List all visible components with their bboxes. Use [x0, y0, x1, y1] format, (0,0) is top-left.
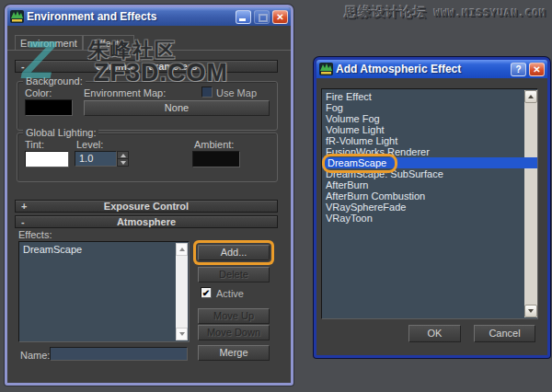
watermark-url-text: WWW.MISSYUAN.COM [434, 7, 546, 19]
maximize-button[interactable] [254, 10, 270, 24]
global-lighting-group: Global Lighting: Tint: Level: 1.0 Ambien… [17, 133, 278, 182]
list-item[interactable]: VRayToon [322, 213, 537, 224]
close-icon[interactable]: ✕ [272, 10, 288, 24]
environment-effects-dialog: Environment and Effects ✕ Z 朱峰社区 ZF3D.CO… [5, 5, 293, 386]
atmospheric-effects-list[interactable]: Fire EffectFogVolume FogVolume LightfR-V… [321, 88, 538, 319]
use-map-checkbox[interactable] [201, 86, 213, 98]
ok-button[interactable]: OK [408, 325, 461, 342]
minimize-button[interactable] [236, 10, 251, 24]
level-label: Level: [76, 139, 103, 150]
background-color-swatch[interactable] [25, 99, 73, 116]
merge-button[interactable]: Merge [198, 345, 270, 361]
environment-map-label: Environment Map: [84, 87, 166, 98]
collapse-icon[interactable]: - [21, 216, 25, 227]
move-up-button[interactable]: Move Up [198, 308, 270, 324]
list-item[interactable]: AfterBurn Combustion [322, 190, 537, 202]
background-legend: Background: [23, 75, 86, 86]
scroll-up-icon[interactable] [524, 90, 537, 103]
highlight-annotation: DreamScape [322, 154, 397, 173]
scroll-up-icon[interactable] [176, 243, 188, 256]
list-item[interactable]: Fog [322, 102, 537, 113]
watermark-cn-text: 思缘设计论坛 [344, 5, 427, 19]
collapse-icon[interactable]: - [21, 61, 25, 72]
tint-label: Tint: [25, 139, 44, 150]
window-title: Environment and Effects [27, 10, 233, 23]
rollout-exposure-control[interactable]: + Exposure Control [15, 200, 278, 213]
effects-list[interactable]: DreamScape [18, 241, 190, 342]
scroll-down-icon[interactable] [176, 328, 188, 340]
close-icon[interactable]: ✕ [529, 63, 545, 76]
titlebar[interactable]: Add Atmospheric Effect ? ✕ [316, 60, 547, 78]
background-group: Background: Color: Environment Map: Use … [17, 81, 278, 131]
list-item[interactable]: DreamScape [19, 244, 189, 255]
active-label: Active [216, 288, 244, 299]
ambient-label: Ambient: [194, 139, 234, 150]
tab-strip-divider [7, 50, 291, 51]
dialog-body: Fire EffectFogVolume FogVolume LightfR-V… [316, 78, 547, 355]
level-spin-down-icon[interactable] [117, 158, 129, 167]
level-spinner-value[interactable]: 1.0 [75, 151, 117, 167]
global-lighting-legend: Global Lighting: [23, 127, 98, 138]
effects-label: Effects: [18, 229, 52, 240]
3dsmax-icon [319, 63, 333, 75]
move-down-button[interactable]: Move Down [198, 325, 270, 340]
delete-effect-button[interactable]: Delete [198, 267, 270, 282]
desktop: 思缘设计论坛 WWW.MISSYUAN.COM Environment and … [0, 0, 552, 392]
list-item[interactable]: AfterBurn [322, 179, 537, 190]
list-item[interactable]: Fire Effect [322, 91, 537, 102]
list-item[interactable]: fR-Volume Light [322, 135, 537, 146]
window-title: Add Atmospheric Effect [336, 63, 508, 75]
add-atmospheric-effect-dialog: Add Atmospheric Effect ? ✕ Fire EffectFo… [314, 57, 550, 358]
rollout-common-parameters[interactable]: - Common Parameters [15, 60, 278, 73]
tab-effects[interactable]: Effects [83, 35, 134, 51]
effects-list-scrollbar[interactable] [176, 243, 188, 340]
titlebar[interactable]: Environment and Effects ✕ [7, 7, 291, 26]
environment-map-button[interactable]: None [84, 100, 270, 116]
watermark-missyuan: 思缘设计论坛 WWW.MISSYUAN.COM [344, 5, 546, 21]
tint-swatch[interactable] [25, 151, 69, 167]
effects-list-scrollbar[interactable] [524, 90, 537, 317]
3dsmax-icon [10, 10, 24, 23]
cancel-button[interactable]: Cancel [474, 325, 535, 342]
list-item[interactable]: DreamScape [322, 157, 537, 168]
rollout-title: Common Parameters [96, 61, 198, 72]
color-label: Color: [25, 87, 52, 98]
rollout-title: Exposure Control [104, 201, 189, 212]
expand-icon[interactable]: + [21, 201, 27, 212]
help-icon[interactable]: ? [511, 63, 526, 76]
add-effect-button[interactable]: Add... [198, 245, 270, 260]
rollout-atmosphere[interactable]: - Atmosphere [15, 215, 278, 228]
rollout-title: Atmosphere [117, 216, 176, 227]
tab-environment[interactable]: Environment [15, 35, 83, 51]
name-label: Name: [20, 350, 50, 361]
dialog-body: Z 朱峰社区 ZF3D.COM Environment Effects - Co… [7, 26, 291, 383]
list-item[interactable]: Volume Light [322, 124, 537, 135]
list-item[interactable]: Volume Fog [322, 113, 537, 124]
active-checkbox[interactable]: ✔ [201, 287, 212, 298]
scroll-down-icon[interactable] [524, 305, 537, 317]
list-item[interactable]: VRaySphereFade [322, 202, 537, 213]
ambient-swatch[interactable] [192, 151, 240, 167]
name-input[interactable] [50, 347, 188, 361]
use-map-label: Use Map [216, 87, 257, 98]
